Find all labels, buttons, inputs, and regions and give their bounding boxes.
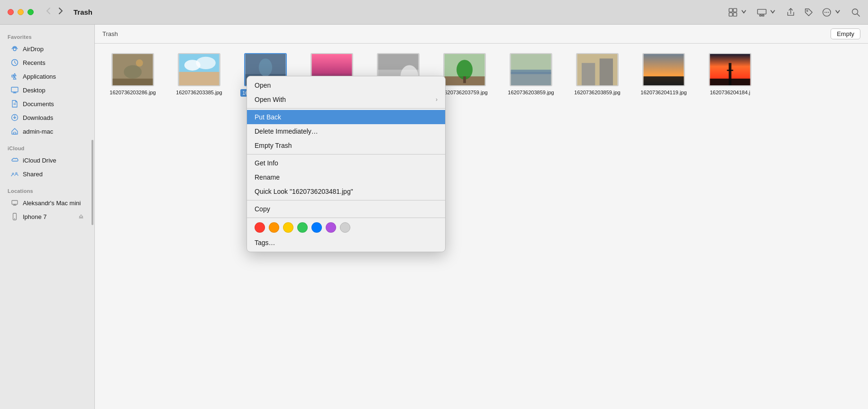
- sidebar-item-recents[interactable]: Recents: [3, 56, 91, 69]
- list-item[interactable]: 1620736204184.j: [702, 53, 758, 97]
- favorites-label: Favorites: [0, 30, 94, 42]
- tag-icon[interactable]: [804, 8, 813, 17]
- context-menu-divider-2: [247, 154, 445, 155]
- context-menu-copy[interactable]: Copy: [247, 202, 445, 216]
- tag-green[interactable]: [297, 222, 308, 233]
- tag-purple[interactable]: [326, 222, 336, 233]
- context-menu-open[interactable]: Open: [247, 78, 445, 92]
- context-menu-put-back[interactable]: Put Back: [247, 110, 445, 124]
- forward-button[interactable]: [55, 6, 66, 18]
- file-name: 1620736203286.jpg: [110, 89, 155, 96]
- share-icon[interactable]: [786, 8, 795, 17]
- file-thumbnail: [576, 53, 619, 86]
- tag-red[interactable]: [255, 222, 265, 233]
- open-with-arrow-icon: ›: [436, 96, 438, 103]
- list-item[interactable]: 1620736203385.jpg: [171, 53, 228, 97]
- context-menu-get-info[interactable]: Get Info: [247, 156, 445, 170]
- content-area: Trash Empty 1620736203286.jpg: [95, 25, 868, 409]
- file-name: 1620736203859.jpg: [508, 89, 554, 96]
- list-item[interactable]: 1620736203859.jpg: [503, 53, 559, 97]
- airdrop-icon: [10, 45, 19, 53]
- applications-icon: [10, 72, 19, 81]
- close-button[interactable]: [8, 9, 14, 15]
- tag-orange[interactable]: [269, 222, 279, 233]
- sidebar: Favorites AirDrop Recents: [0, 25, 95, 409]
- svg-rect-3: [733, 12, 737, 16]
- context-menu-get-info-label: Get Info: [255, 159, 278, 167]
- file-name: 1620736204184.j: [710, 89, 750, 96]
- list-item[interactable]: 1620736203286.jpg: [104, 53, 161, 97]
- gallery-view-icon[interactable]: [757, 8, 777, 17]
- locations-label: Locations: [0, 184, 94, 196]
- back-button[interactable]: [43, 6, 54, 18]
- sidebar-item-documents[interactable]: Documents: [3, 97, 91, 110]
- toolbar-icons: [728, 8, 860, 17]
- svg-rect-2: [729, 12, 732, 16]
- title-bar: Trash: [0, 0, 868, 25]
- sidebar-item-shared[interactable]: Shared: [3, 167, 91, 181]
- file-grid: 1620736203286.jpg 1620736203385.jpg: [95, 44, 868, 409]
- file-thumbnail: [111, 53, 154, 86]
- context-menu-empty-trash[interactable]: Empty Trash: [247, 138, 445, 153]
- sidebar-desktop-label: Desktop: [23, 87, 46, 94]
- sidebar-item-icloud-drive[interactable]: iCloud Drive: [3, 154, 91, 167]
- tag-gray[interactable]: [340, 222, 350, 233]
- svg-rect-30: [113, 79, 153, 85]
- sidebar-scrollbar[interactable]: [91, 140, 93, 225]
- sidebar-downloads-label: Downloads: [23, 114, 53, 121]
- sidebar-item-downloads[interactable]: Downloads: [3, 111, 91, 124]
- icloud-label: iCloud: [0, 142, 94, 153]
- file-name: 1620736204119.jpg: [640, 89, 686, 96]
- minimize-button[interactable]: [18, 9, 24, 15]
- sidebar-item-desktop[interactable]: Desktop: [3, 83, 91, 97]
- maximize-button[interactable]: [27, 9, 34, 15]
- context-menu-quick-look[interactable]: Quick Look "1620736203481.jpg": [247, 184, 445, 199]
- context-menu-tags-label: Tags…: [255, 239, 275, 246]
- eject-icon[interactable]: [78, 214, 84, 219]
- file-name: 1620736203759.jpg: [441, 89, 487, 96]
- list-item[interactable]: 1620736204119.jpg: [635, 53, 692, 97]
- icloud-icon: [10, 156, 19, 164]
- file-thumbnail: [642, 53, 685, 86]
- sidebar-item-mac-mini[interactable]: Aleksandr's Mac mini: [3, 196, 91, 209]
- sidebar-item-applications[interactable]: Applications: [3, 70, 91, 83]
- file-name: 1620736203859.jpg: [574, 89, 620, 96]
- sidebar-item-home[interactable]: admin-mac: [3, 125, 91, 138]
- file-thumbnail: [443, 53, 486, 86]
- search-icon[interactable]: [851, 8, 860, 17]
- file-thumbnail: [178, 53, 220, 86]
- grid-view-icon[interactable]: [728, 8, 749, 17]
- svg-point-39: [259, 58, 272, 76]
- context-menu-open-with[interactable]: Open With ›: [247, 92, 445, 107]
- svg-line-13: [857, 14, 859, 16]
- sidebar-item-airdrop[interactable]: AirDrop: [3, 42, 91, 55]
- svg-point-11: [828, 11, 829, 12]
- context-menu-empty-trash-label: Empty Trash: [255, 142, 292, 149]
- file-name: 1620736203385.jpg: [176, 89, 222, 96]
- sidebar-recents-label: Recents: [23, 59, 46, 66]
- tag-yellow[interactable]: [283, 222, 293, 233]
- svg-point-9: [824, 11, 825, 12]
- svg-rect-5: [759, 15, 761, 16]
- svg-point-31: [124, 65, 142, 79]
- downloads-icon: [10, 113, 19, 122]
- context-menu: Open Open With › Put Back Delete Immedia…: [247, 76, 446, 252]
- list-item[interactable]: 1620736203859.jpg: [569, 53, 626, 97]
- svg-rect-0: [729, 8, 732, 11]
- window-title: Trash: [73, 8, 92, 16]
- svg-rect-47: [463, 76, 466, 83]
- tag-blue[interactable]: [311, 222, 322, 233]
- context-menu-tags[interactable]: Tags…: [247, 236, 445, 250]
- svg-rect-1: [733, 8, 737, 11]
- context-menu-delete-immediately[interactable]: Delete Immediately…: [247, 124, 445, 138]
- context-menu-divider-1: [247, 108, 445, 109]
- tags-row: [247, 219, 445, 236]
- desktop-icon: [10, 86, 19, 94]
- empty-button[interactable]: Empty: [831, 28, 860, 39]
- more-options-icon[interactable]: [822, 8, 842, 17]
- svg-rect-34: [179, 72, 219, 85]
- context-menu-rename[interactable]: Rename: [247, 170, 445, 184]
- svg-rect-52: [582, 63, 595, 85]
- sidebar-item-iphone[interactable]: Iphone 7: [3, 210, 91, 223]
- file-thumbnail: [510, 53, 552, 86]
